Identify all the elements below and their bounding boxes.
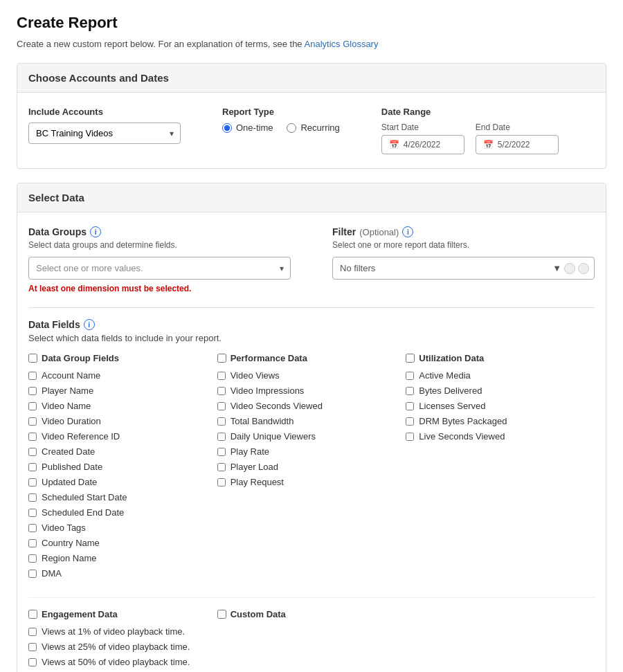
- data-group-field-checkbox[interactable]: [28, 554, 37, 563]
- page-title: Create Report: [17, 14, 606, 32]
- engagement-row-col3: [406, 609, 595, 672]
- utilization-field-checkbox[interactable]: [406, 433, 414, 441]
- data-group-field-item: Scheduled Start Date: [28, 492, 210, 502]
- performance-field-label: Video Impressions: [231, 385, 305, 396]
- start-date-input[interactable]: 📅 4/26/2022: [381, 135, 464, 154]
- data-group-field-checkbox[interactable]: [28, 372, 37, 380]
- data-group-field-label: Scheduled End Date: [42, 507, 124, 518]
- performance-data-checkbox[interactable]: [217, 354, 226, 363]
- utilization-field-checkbox[interactable]: [406, 372, 414, 380]
- engagement-field-checkbox[interactable]: [28, 658, 37, 666]
- data-group-field-item: Video Duration: [28, 416, 210, 426]
- filter-arrow-icon[interactable]: ▼: [552, 263, 561, 273]
- engagement-data-checkbox[interactable]: [28, 610, 37, 619]
- data-fields-subtitle: Select which data fields to include in y…: [28, 333, 595, 343]
- intro-text: Create a new custom report below. For an…: [17, 39, 606, 49]
- date-range-label: Date Range: [381, 107, 559, 117]
- report-type-recurring[interactable]: Recurring: [287, 122, 339, 133]
- data-groups-title: Data Groups i: [28, 226, 291, 237]
- data-group-field-checkbox[interactable]: [28, 478, 37, 487]
- end-date-value: 5/2/2022: [498, 140, 530, 149]
- performance-field-checkbox[interactable]: [217, 417, 226, 426]
- data-groups-info-icon: i: [90, 226, 101, 237]
- end-date-input[interactable]: 📅 5/2/2022: [476, 135, 559, 154]
- report-type-options: One-time Recurring: [222, 122, 340, 133]
- performance-field-item: Daily Unique Viewers: [217, 431, 399, 442]
- performance-data-col: Performance Data Video ViewsVideo Impres…: [217, 353, 406, 583]
- include-accounts-select-wrapper: BC Training Videos: [28, 122, 181, 144]
- utilization-field-checkbox[interactable]: [406, 402, 414, 410]
- start-date-label: Start Date: [381, 122, 464, 132]
- data-group-field-checkbox[interactable]: [28, 417, 37, 426]
- utilization-field-label: DRM Bytes Packaged: [419, 416, 507, 426]
- data-group-field-checkbox[interactable]: [28, 509, 37, 517]
- utilization-field-item: Live Seconds Viewed: [406, 431, 588, 442]
- performance-field-label: Video Seconds Viewed: [231, 401, 323, 411]
- start-date-field: Start Date 📅 4/26/2022: [381, 122, 464, 154]
- data-group-field-checkbox[interactable]: [28, 493, 37, 502]
- data-group-fields-list: Account NamePlayer NameVideo NameVideo D…: [28, 370, 210, 579]
- data-group-field-label: Video Tags: [42, 523, 86, 533]
- data-group-field-label: Video Name: [42, 401, 91, 411]
- data-group-field-checkbox[interactable]: [28, 570, 37, 578]
- utilization-field-checkbox[interactable]: [406, 387, 414, 395]
- data-group-field-checkbox[interactable]: [28, 524, 37, 532]
- report-type-recurring-radio[interactable]: [287, 123, 296, 133]
- filter-col: Filter (Optional) i Select one or more r…: [332, 226, 595, 293]
- data-groups-select[interactable]: Select one or more values.: [28, 257, 291, 280]
- data-group-field-item: Created Date: [28, 446, 210, 457]
- report-type-one-time-radio[interactable]: [222, 123, 232, 133]
- select-data-section: Select Data Data Groups i Select data gr…: [17, 183, 606, 672]
- performance-field-checkbox[interactable]: [217, 478, 226, 487]
- performance-data-header: Performance Data: [217, 353, 399, 363]
- performance-field-item: Video Views: [217, 370, 399, 381]
- performance-field-checkbox[interactable]: [217, 448, 226, 456]
- performance-field-checkbox[interactable]: [217, 372, 226, 380]
- data-group-fields-checkbox[interactable]: [28, 354, 37, 363]
- data-group-field-checkbox[interactable]: [28, 402, 37, 410]
- data-groups-error: At least one dimension must be selected.: [28, 284, 291, 293]
- report-type-recurring-label: Recurring: [300, 122, 339, 133]
- engagement-custom-row: Engagement Data Views at 1% of video pla…: [28, 597, 595, 672]
- performance-field-item: Total Bandwidth: [217, 416, 399, 426]
- data-group-field-checkbox[interactable]: [28, 463, 37, 471]
- utilization-data-checkbox[interactable]: [406, 354, 415, 363]
- utilization-data-list: Active MediaBytes DeliveredLicenses Serv…: [406, 370, 588, 442]
- custom-data-checkbox[interactable]: [217, 610, 226, 619]
- data-groups-select-wrapper: Select one or more values.: [28, 257, 291, 280]
- end-date-field: End Date 📅 5/2/2022: [476, 122, 559, 154]
- choose-accounts-section: Choose Accounts and Dates Include Accoun…: [17, 63, 606, 169]
- performance-field-checkbox[interactable]: [217, 463, 226, 471]
- data-group-field-checkbox[interactable]: [28, 433, 37, 441]
- data-group-fields-label: Data Group Fields: [42, 353, 119, 363]
- performance-field-checkbox[interactable]: [217, 402, 226, 410]
- filter-title: Filter (Optional) i: [332, 226, 595, 237]
- data-group-field-item: Country Name: [28, 538, 210, 548]
- engagement-field-checkbox[interactable]: [28, 643, 37, 651]
- data-group-field-checkbox[interactable]: [28, 387, 37, 395]
- data-group-field-item: Video Name: [28, 401, 210, 411]
- performance-field-checkbox[interactable]: [217, 387, 226, 395]
- calendar-icon-end: 📅: [483, 140, 494, 149]
- data-group-field-label: DMA: [42, 568, 62, 579]
- include-accounts-label: Include Accounts: [28, 107, 181, 117]
- include-accounts-group: Include Accounts BC Training Videos: [28, 107, 181, 144]
- report-type-one-time[interactable]: One-time: [222, 122, 273, 133]
- utilization-field-item: DRM Bytes Packaged: [406, 416, 588, 426]
- engagement-field-checkbox[interactable]: [28, 628, 37, 636]
- utilization-field-label: Live Seconds Viewed: [419, 431, 505, 442]
- engagement-field-label: Views at 50% of video playback time.: [42, 657, 190, 667]
- analytics-glossary-link[interactable]: Analytics Glossary: [305, 39, 379, 49]
- data-group-field-checkbox[interactable]: [28, 539, 37, 547]
- data-group-field-item: Video Reference ID: [28, 431, 210, 442]
- start-date-value: 4/26/2022: [404, 140, 440, 149]
- engagement-data-list: Views at 1% of video playback time.Views…: [28, 626, 210, 672]
- include-accounts-select[interactable]: BC Training Videos: [28, 122, 181, 144]
- data-group-field-label: Account Name: [42, 370, 100, 381]
- data-group-field-item: Player Name: [28, 385, 210, 396]
- data-group-field-checkbox[interactable]: [28, 448, 37, 456]
- data-fields-info-icon: i: [84, 319, 95, 330]
- data-group-field-label: Country Name: [42, 538, 100, 548]
- utilization-field-checkbox[interactable]: [406, 417, 414, 426]
- performance-field-checkbox[interactable]: [217, 433, 226, 441]
